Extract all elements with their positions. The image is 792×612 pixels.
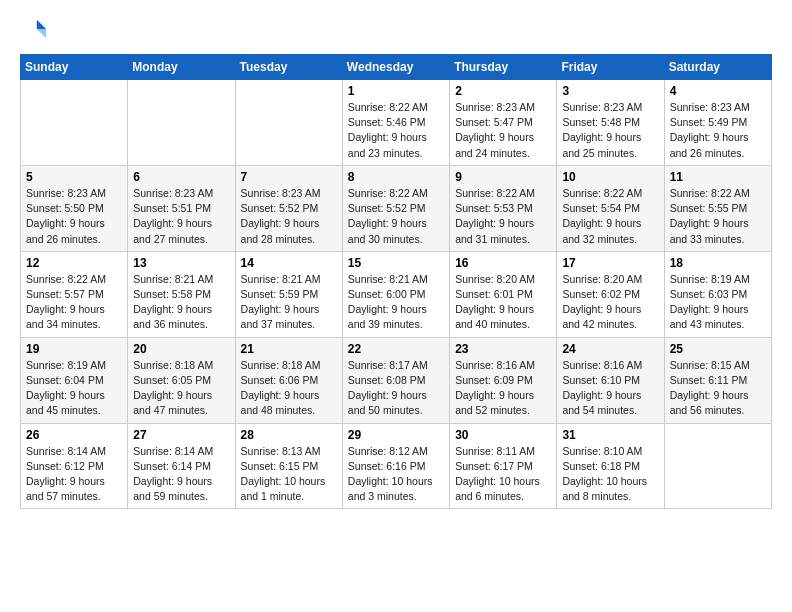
day-info: Sunrise: 8:12 AM Sunset: 6:16 PM Dayligh… — [348, 444, 444, 505]
day-number: 17 — [562, 256, 658, 270]
calendar-day-header: Monday — [128, 55, 235, 80]
calendar-week-row: 1Sunrise: 8:22 AM Sunset: 5:46 PM Daylig… — [21, 80, 772, 166]
day-number: 28 — [241, 428, 337, 442]
calendar-cell: 19Sunrise: 8:19 AM Sunset: 6:04 PM Dayli… — [21, 337, 128, 423]
calendar-day-header: Sunday — [21, 55, 128, 80]
day-info: Sunrise: 8:22 AM Sunset: 5:53 PM Dayligh… — [455, 186, 551, 247]
calendar-week-row: 26Sunrise: 8:14 AM Sunset: 6:12 PM Dayli… — [21, 423, 772, 509]
day-info: Sunrise: 8:23 AM Sunset: 5:49 PM Dayligh… — [670, 100, 766, 161]
day-info: Sunrise: 8:10 AM Sunset: 6:18 PM Dayligh… — [562, 444, 658, 505]
calendar-day-header: Saturday — [664, 55, 771, 80]
day-info: Sunrise: 8:23 AM Sunset: 5:50 PM Dayligh… — [26, 186, 122, 247]
day-info: Sunrise: 8:22 AM Sunset: 5:52 PM Dayligh… — [348, 186, 444, 247]
calendar-cell: 15Sunrise: 8:21 AM Sunset: 6:00 PM Dayli… — [342, 251, 449, 337]
day-info: Sunrise: 8:22 AM Sunset: 5:55 PM Dayligh… — [670, 186, 766, 247]
day-number: 13 — [133, 256, 229, 270]
calendar-cell: 13Sunrise: 8:21 AM Sunset: 5:58 PM Dayli… — [128, 251, 235, 337]
calendar-cell: 25Sunrise: 8:15 AM Sunset: 6:11 PM Dayli… — [664, 337, 771, 423]
day-info: Sunrise: 8:16 AM Sunset: 6:10 PM Dayligh… — [562, 358, 658, 419]
day-number: 20 — [133, 342, 229, 356]
calendar-day-header: Tuesday — [235, 55, 342, 80]
day-info: Sunrise: 8:23 AM Sunset: 5:51 PM Dayligh… — [133, 186, 229, 247]
calendar-cell: 23Sunrise: 8:16 AM Sunset: 6:09 PM Dayli… — [450, 337, 557, 423]
day-info: Sunrise: 8:20 AM Sunset: 6:01 PM Dayligh… — [455, 272, 551, 333]
calendar-cell — [664, 423, 771, 509]
calendar-day-header: Friday — [557, 55, 664, 80]
day-number: 6 — [133, 170, 229, 184]
day-info: Sunrise: 8:21 AM Sunset: 5:59 PM Dayligh… — [241, 272, 337, 333]
day-info: Sunrise: 8:22 AM Sunset: 5:54 PM Dayligh… — [562, 186, 658, 247]
calendar-cell: 26Sunrise: 8:14 AM Sunset: 6:12 PM Dayli… — [21, 423, 128, 509]
day-number: 25 — [670, 342, 766, 356]
day-info: Sunrise: 8:14 AM Sunset: 6:12 PM Dayligh… — [26, 444, 122, 505]
svg-marker-1 — [37, 29, 46, 38]
calendar-cell: 7Sunrise: 8:23 AM Sunset: 5:52 PM Daylig… — [235, 165, 342, 251]
day-info: Sunrise: 8:21 AM Sunset: 5:58 PM Dayligh… — [133, 272, 229, 333]
day-info: Sunrise: 8:13 AM Sunset: 6:15 PM Dayligh… — [241, 444, 337, 505]
calendar-table: SundayMondayTuesdayWednesdayThursdayFrid… — [20, 54, 772, 509]
svg-marker-0 — [37, 20, 46, 29]
day-number: 9 — [455, 170, 551, 184]
logo — [20, 16, 50, 44]
day-info: Sunrise: 8:20 AM Sunset: 6:02 PM Dayligh… — [562, 272, 658, 333]
calendar-week-row: 5Sunrise: 8:23 AM Sunset: 5:50 PM Daylig… — [21, 165, 772, 251]
day-number: 22 — [348, 342, 444, 356]
day-number: 7 — [241, 170, 337, 184]
calendar-cell: 1Sunrise: 8:22 AM Sunset: 5:46 PM Daylig… — [342, 80, 449, 166]
calendar-cell: 11Sunrise: 8:22 AM Sunset: 5:55 PM Dayli… — [664, 165, 771, 251]
calendar-cell: 31Sunrise: 8:10 AM Sunset: 6:18 PM Dayli… — [557, 423, 664, 509]
calendar-cell: 14Sunrise: 8:21 AM Sunset: 5:59 PM Dayli… — [235, 251, 342, 337]
day-info: Sunrise: 8:17 AM Sunset: 6:08 PM Dayligh… — [348, 358, 444, 419]
calendar-cell — [128, 80, 235, 166]
day-number: 16 — [455, 256, 551, 270]
day-number: 4 — [670, 84, 766, 98]
day-number: 19 — [26, 342, 122, 356]
day-info: Sunrise: 8:23 AM Sunset: 5:52 PM Dayligh… — [241, 186, 337, 247]
day-info: Sunrise: 8:18 AM Sunset: 6:06 PM Dayligh… — [241, 358, 337, 419]
calendar-cell: 4Sunrise: 8:23 AM Sunset: 5:49 PM Daylig… — [664, 80, 771, 166]
day-number: 27 — [133, 428, 229, 442]
day-number: 11 — [670, 170, 766, 184]
day-number: 18 — [670, 256, 766, 270]
day-info: Sunrise: 8:23 AM Sunset: 5:48 PM Dayligh… — [562, 100, 658, 161]
calendar-cell: 9Sunrise: 8:22 AM Sunset: 5:53 PM Daylig… — [450, 165, 557, 251]
calendar-cell: 8Sunrise: 8:22 AM Sunset: 5:52 PM Daylig… — [342, 165, 449, 251]
day-info: Sunrise: 8:23 AM Sunset: 5:47 PM Dayligh… — [455, 100, 551, 161]
calendar-week-row: 19Sunrise: 8:19 AM Sunset: 6:04 PM Dayli… — [21, 337, 772, 423]
header — [20, 16, 772, 44]
calendar-cell: 5Sunrise: 8:23 AM Sunset: 5:50 PM Daylig… — [21, 165, 128, 251]
day-info: Sunrise: 8:22 AM Sunset: 5:57 PM Dayligh… — [26, 272, 122, 333]
calendar-cell: 17Sunrise: 8:20 AM Sunset: 6:02 PM Dayli… — [557, 251, 664, 337]
day-info: Sunrise: 8:19 AM Sunset: 6:03 PM Dayligh… — [670, 272, 766, 333]
calendar-cell: 3Sunrise: 8:23 AM Sunset: 5:48 PM Daylig… — [557, 80, 664, 166]
day-info: Sunrise: 8:21 AM Sunset: 6:00 PM Dayligh… — [348, 272, 444, 333]
day-info: Sunrise: 8:19 AM Sunset: 6:04 PM Dayligh… — [26, 358, 122, 419]
calendar-cell: 10Sunrise: 8:22 AM Sunset: 5:54 PM Dayli… — [557, 165, 664, 251]
day-info: Sunrise: 8:11 AM Sunset: 6:17 PM Dayligh… — [455, 444, 551, 505]
day-number: 21 — [241, 342, 337, 356]
logo-icon — [20, 16, 48, 44]
day-number: 3 — [562, 84, 658, 98]
calendar-cell: 28Sunrise: 8:13 AM Sunset: 6:15 PM Dayli… — [235, 423, 342, 509]
calendar-cell: 2Sunrise: 8:23 AM Sunset: 5:47 PM Daylig… — [450, 80, 557, 166]
calendar-cell: 20Sunrise: 8:18 AM Sunset: 6:05 PM Dayli… — [128, 337, 235, 423]
day-info: Sunrise: 8:15 AM Sunset: 6:11 PM Dayligh… — [670, 358, 766, 419]
calendar-cell — [21, 80, 128, 166]
day-info: Sunrise: 8:14 AM Sunset: 6:14 PM Dayligh… — [133, 444, 229, 505]
page-container: SundayMondayTuesdayWednesdayThursdayFrid… — [0, 0, 792, 519]
calendar-week-row: 12Sunrise: 8:22 AM Sunset: 5:57 PM Dayli… — [21, 251, 772, 337]
calendar-cell: 22Sunrise: 8:17 AM Sunset: 6:08 PM Dayli… — [342, 337, 449, 423]
calendar-cell: 24Sunrise: 8:16 AM Sunset: 6:10 PM Dayli… — [557, 337, 664, 423]
day-info: Sunrise: 8:22 AM Sunset: 5:46 PM Dayligh… — [348, 100, 444, 161]
calendar-cell: 16Sunrise: 8:20 AM Sunset: 6:01 PM Dayli… — [450, 251, 557, 337]
day-number: 29 — [348, 428, 444, 442]
day-number: 24 — [562, 342, 658, 356]
day-number: 14 — [241, 256, 337, 270]
calendar-cell: 27Sunrise: 8:14 AM Sunset: 6:14 PM Dayli… — [128, 423, 235, 509]
day-number: 5 — [26, 170, 122, 184]
day-number: 23 — [455, 342, 551, 356]
day-number: 26 — [26, 428, 122, 442]
calendar-cell: 12Sunrise: 8:22 AM Sunset: 5:57 PM Dayli… — [21, 251, 128, 337]
calendar-day-header: Thursday — [450, 55, 557, 80]
calendar-day-header: Wednesday — [342, 55, 449, 80]
